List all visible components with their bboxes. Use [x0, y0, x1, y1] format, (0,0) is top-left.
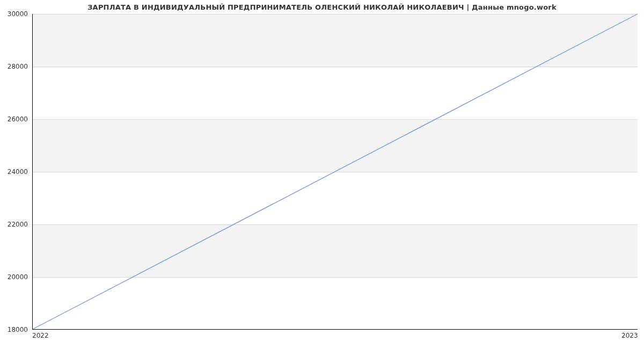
line-layer: [33, 14, 638, 329]
x-tick-2023: 2023: [621, 332, 638, 339]
series-salary: [33, 14, 638, 329]
y-tick-20000: 20000: [0, 273, 32, 281]
plot-area: [32, 14, 638, 330]
y-tick-28000: 28000: [0, 63, 32, 70]
y-tick-24000: 24000: [0, 168, 32, 176]
y-tick-18000: 18000: [0, 326, 32, 333]
x-tick-2022: 2022: [32, 332, 49, 339]
y-tick-30000: 30000: [0, 10, 32, 18]
y-tick-22000: 22000: [0, 221, 32, 228]
y-tick-26000: 26000: [0, 115, 32, 123]
chart-title: ЗАРПЛАТА В ИНДИВИДУАЛЬНЫЙ ПРЕДПРИНИМАТЕЛ…: [0, 3, 644, 11]
